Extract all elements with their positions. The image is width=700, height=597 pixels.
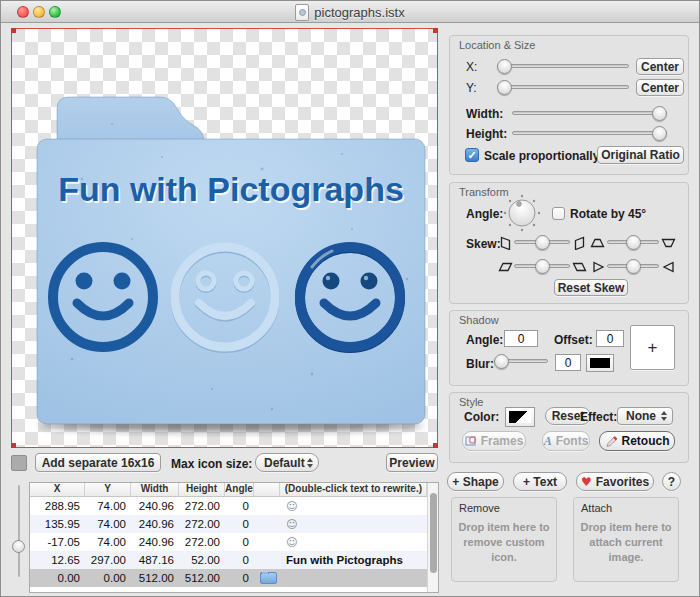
remove-drop-zone[interactable]: Remove Drop item here to remove custom i… — [451, 497, 557, 582]
effect-label: Effect: — [580, 410, 617, 424]
folder-artwork[interactable] — [12, 29, 437, 447]
header-text[interactable]: (Double-click text to rewrite.) — [280, 483, 427, 496]
folder-row-icon — [260, 572, 277, 584]
scale-proportionally-checkbox[interactable]: ✓ — [465, 148, 479, 162]
shadow-offset-field[interactable] — [596, 330, 624, 347]
selection-handle-topleft[interactable] — [11, 28, 16, 33]
x-slider-track[interactable] — [497, 64, 629, 68]
height-slider[interactable] — [512, 126, 667, 141]
header-height[interactable]: Height — [179, 483, 225, 496]
original-ratio-button[interactable]: Original Ratio — [597, 146, 684, 164]
cell-width: 240.96 — [131, 536, 179, 548]
shadow-color-swatch — [590, 358, 610, 368]
effect-popup[interactable]: None — [617, 407, 673, 425]
cell-x: 0.00 — [30, 572, 85, 584]
center-y-button[interactable]: Center — [636, 79, 684, 96]
icon-canvas[interactable]: Fun with Pictographs — [11, 28, 438, 448]
table-header: X Y Width Height Angle (Double-click tex… — [30, 483, 438, 497]
fonts-button[interactable]: A Fonts — [542, 431, 590, 451]
cell-angle: 0 — [225, 500, 254, 512]
y-slider[interactable] — [497, 80, 629, 95]
header-y[interactable]: Y — [85, 483, 131, 496]
cell-y: 74.00 — [85, 536, 131, 548]
selection-handle-topright[interactable] — [433, 28, 438, 33]
rotate-45-checkbox[interactable] — [552, 207, 565, 220]
header-icon[interactable] — [254, 483, 280, 496]
cell-height: 272.00 — [179, 536, 225, 548]
heart-icon: ♥ — [581, 475, 592, 489]
table-row-5-selected[interactable]: 0.00 0.00 512.00 512.00 0 — [30, 569, 438, 587]
remove-drop-text: Drop item here to remove custom icon. — [458, 520, 550, 565]
x-slider-thumb[interactable] — [497, 59, 512, 74]
add-separate-16-button[interactable]: Add separate 16x16 — [35, 453, 161, 472]
favorites-button[interactable]: ♥ Favorites — [576, 472, 654, 491]
shadow-title: Shadow — [459, 314, 499, 326]
add-text-button[interactable]: + Text — [513, 472, 567, 491]
x-slider[interactable] — [497, 59, 629, 74]
add-shape-button[interactable]: + Shape — [447, 472, 504, 491]
table-row-3[interactable]: -17.05 74.00 240.96 272.00 0 ☺ — [30, 533, 438, 551]
layer-slider-thumb[interactable] — [12, 540, 25, 553]
header-width[interactable]: Width — [131, 483, 179, 496]
taper-horizontal-thumb[interactable] — [626, 259, 641, 274]
height-slider-track[interactable] — [512, 131, 667, 135]
width-slider[interactable] — [512, 106, 667, 121]
skew-horizontal-thumb[interactable] — [535, 259, 550, 274]
table-row-2[interactable]: 135.95 74.00 240.96 272.00 0 ☺ — [30, 515, 438, 533]
y-slider-track[interactable] — [497, 85, 629, 89]
table-row-1[interactable]: 288.95 74.00 240.96 272.00 0 ☺ — [30, 497, 438, 515]
frames-button[interactable]: Frames — [462, 431, 526, 451]
reset-skew-button[interactable]: Reset Skew — [554, 279, 628, 296]
shadow-blur-field[interactable] — [555, 354, 581, 371]
width-slider-track[interactable] — [512, 111, 667, 115]
document-proxy-icon[interactable] — [295, 4, 309, 21]
header-angle[interactable]: Angle — [225, 483, 254, 496]
taper-vertical-slider[interactable] — [607, 235, 659, 250]
shadow-color-well[interactable] — [586, 354, 614, 372]
cell-height: 272.00 — [179, 518, 225, 530]
height-slider-thumb[interactable] — [652, 126, 667, 141]
title-bar[interactable]: pictographs.istx — [1, 1, 699, 23]
preview-button[interactable]: Preview — [386, 453, 438, 472]
taper-top-icon — [590, 236, 605, 250]
taper-vertical-thumb[interactable] — [626, 235, 641, 250]
shadow-blur-slider[interactable] — [494, 354, 548, 369]
cell-angle: 0 — [225, 554, 254, 566]
taper-horizontal-slider[interactable] — [607, 259, 659, 274]
table-scrollbar[interactable] — [427, 483, 438, 592]
skew-vertical-slider[interactable] — [514, 235, 570, 250]
skew-vertical-left-icon — [498, 236, 512, 250]
smiley-row-icon: ☺ — [286, 500, 297, 513]
shadow-add-button[interactable]: + — [630, 325, 675, 370]
width-slider-thumb[interactable] — [652, 106, 667, 121]
layer-slider-track[interactable] — [18, 485, 20, 577]
max-icon-size-value: Default — [264, 456, 305, 470]
shadow-angle-field[interactable] — [504, 330, 538, 347]
attach-drop-text: Drop item here to attach current image. — [580, 520, 672, 565]
retouch-button[interactable]: Retouch — [599, 431, 675, 451]
header-x[interactable]: X — [30, 483, 85, 496]
center-x-button[interactable]: Center — [636, 58, 684, 75]
table-row-4[interactable]: 12.65 297.00 487.16 52.00 0 Fun with Pic… — [30, 551, 438, 569]
max-icon-size-popup[interactable]: Default — [255, 453, 319, 472]
canvas-title-text[interactable]: Fun with Pictographs — [37, 170, 425, 209]
skew-vertical-thumb[interactable] — [535, 235, 550, 250]
angle-knob[interactable] — [502, 193, 542, 233]
style-color-swatch — [509, 411, 531, 423]
shadow-blur-thumb[interactable] — [494, 354, 509, 369]
attach-drop-zone[interactable]: Attach Drop item here to attach current … — [573, 497, 679, 582]
taper-bottom-icon — [661, 236, 676, 250]
selection-handle-bottomleft[interactable] — [11, 443, 16, 448]
skew-horizontal-slider[interactable] — [514, 259, 570, 274]
y-slider-thumb[interactable] — [497, 80, 512, 95]
style-color-well[interactable] — [505, 407, 535, 427]
cell-x: 288.95 — [30, 500, 85, 512]
help-button[interactable]: ? — [662, 472, 681, 491]
cell-width: 487.16 — [131, 554, 179, 566]
preview-color-well[interactable] — [11, 455, 27, 471]
table-scrollbar-thumb[interactable] — [430, 493, 437, 573]
folder-tab[interactable] — [57, 97, 204, 141]
cell-y: 0.00 — [85, 572, 131, 584]
selection-handle-bottomright[interactable] — [433, 443, 438, 448]
fonts-button-label: Fonts — [556, 434, 589, 448]
